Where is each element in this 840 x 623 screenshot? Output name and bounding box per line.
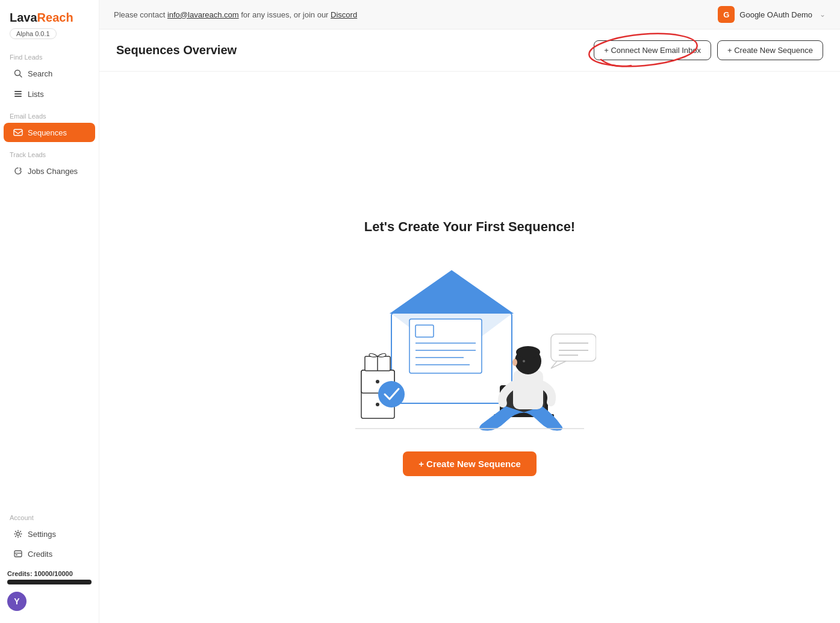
svg-marker-36: [551, 361, 566, 368]
lists-icon: [13, 89, 23, 99]
user-icon-box: G: [718, 6, 735, 23]
sequences-icon: [13, 128, 23, 137]
sidebar-item-settings[interactable]: Settings: [4, 524, 95, 544]
account-section-label: Account: [0, 506, 99, 524]
sidebar-credits-label: Credits: [28, 550, 52, 559]
svg-rect-7: [14, 551, 22, 557]
sidebar-item-search[interactable]: Search: [4, 64, 95, 83]
create-sequence-button-center[interactable]: + Create New Sequence: [403, 451, 537, 476]
page-title: Sequences Overview: [116, 43, 237, 57]
svg-point-6: [17, 533, 20, 536]
svg-marker-12: [391, 271, 512, 313]
svg-point-33: [523, 360, 525, 362]
banner-discord-link[interactable]: Discord: [331, 10, 357, 19]
banner-prefix: Please contact: [114, 10, 167, 19]
svg-point-34: [512, 359, 517, 366]
logo-lava-text: Lava: [10, 11, 37, 25]
header-buttons: + Connect New Email Inbox + Create New S…: [594, 40, 823, 60]
user-info: G Google OAuth Demo ⌄: [718, 6, 826, 23]
svg-point-25: [378, 381, 405, 408]
create-sequence-button-header[interactable]: + Create New Sequence: [717, 40, 823, 60]
credits-icon: [13, 549, 23, 559]
chevron-down-icon[interactable]: ⌄: [820, 10, 826, 19]
banner-email-link[interactable]: info@lavareach.com: [167, 10, 239, 19]
track-leads-section-label: Track Leads: [0, 143, 99, 161]
sidebar-settings-label: Settings: [28, 530, 56, 539]
jobs-changes-icon: [13, 166, 23, 176]
sidebar-bottom: Account Settings Credits Credits: 1: [0, 506, 99, 623]
email-leads-section-label: Email Leads: [0, 104, 99, 122]
search-icon: [13, 69, 23, 78]
sidebar-sequences-label: Sequences: [28, 128, 67, 137]
credits-bar-fill: [7, 580, 92, 584]
user-name-label: Google OAuth Demo: [739, 10, 812, 19]
svg-rect-4: [14, 96, 22, 97]
sidebar-search-label: Search: [28, 69, 52, 78]
banner-middle: for any issues, or join our: [241, 10, 331, 19]
sidebar-item-lists[interactable]: Lists: [4, 84, 95, 104]
sidebar-lists-label: Lists: [28, 90, 44, 99]
avatar[interactable]: Y: [7, 592, 26, 611]
main-content: Please contact info@lavareach.com for an…: [99, 0, 840, 623]
banner-text: Please contact info@lavareach.com for an…: [114, 10, 357, 19]
sidebar-item-sequences[interactable]: Sequences: [4, 123, 95, 142]
version-badge: Alpha 0.0.1: [10, 28, 57, 39]
logo: Lava Reach: [10, 11, 89, 25]
find-leads-section-label: Find Leads: [0, 45, 99, 63]
connect-email-button[interactable]: + Connect New Email Inbox: [594, 40, 711, 60]
settings-icon: [13, 529, 23, 539]
email-illustration: [343, 253, 596, 433]
svg-rect-3: [14, 93, 22, 95]
svg-line-1: [20, 75, 22, 78]
svg-point-21: [376, 380, 379, 383]
svg-point-32: [516, 346, 540, 358]
page-header: Sequences Overview + Connect New Email I…: [99, 29, 840, 72]
empty-state-heading: Let's Create Your First Sequence!: [364, 219, 575, 235]
sidebar-jobs-changes-label: Jobs Changes: [28, 167, 78, 176]
sidebar-item-jobs-changes[interactable]: Jobs Changes: [4, 161, 95, 181]
credits-bar-background: [7, 580, 92, 584]
logo-reach-text: Reach: [37, 11, 73, 25]
sidebar-item-credits[interactable]: Credits: [4, 544, 95, 563]
sidebar: Lava Reach Alpha 0.0.1 Find Leads Search…: [0, 0, 99, 623]
svg-rect-35: [551, 334, 596, 361]
credits-bar-container: Credits: 10000/10000: [0, 564, 99, 587]
top-banner: Please contact info@lavareach.com for an…: [99, 0, 840, 29]
svg-rect-30: [513, 370, 543, 409]
logo-area: Lava Reach Alpha 0.0.1: [0, 0, 99, 45]
svg-rect-5: [14, 129, 22, 135]
main-body: Let's Create Your First Sequence!: [99, 72, 840, 623]
credits-display-label: Credits: 10000/10000: [7, 570, 92, 577]
svg-point-22: [376, 403, 379, 406]
avatar-row: Y: [0, 587, 99, 616]
svg-rect-8: [16, 554, 17, 556]
svg-rect-2: [14, 91, 22, 92]
